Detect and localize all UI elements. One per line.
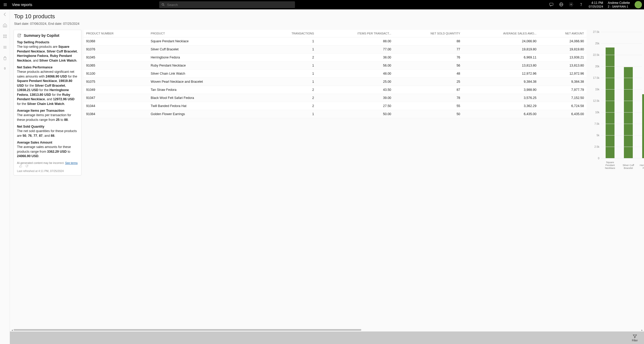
table-cell: 2 — [262, 94, 317, 102]
copilot-section-title: Average Items per Transaction — [17, 109, 78, 112]
table-cell: 1 — [262, 78, 317, 86]
table-row[interactable]: 91100Silver Chain Link Watch148.004812,9… — [84, 70, 587, 78]
table-cell: 38.00 — [317, 54, 394, 62]
table-row[interactable]: 91075Woven Pearl Necklace and Bracelet12… — [84, 78, 587, 86]
page-title: Top 10 products — [14, 13, 640, 20]
scroll-right-arrow[interactable]: ▸ — [640, 328, 643, 331]
avatar[interactable] — [635, 1, 642, 8]
globe-icon[interactable] — [559, 2, 564, 7]
column-header[interactable]: NET SOLD QUANTITY — [394, 30, 463, 37]
table-row[interactable]: 91045Herringbone Fedora238.00766,969.111… — [84, 54, 587, 62]
table-cell: 27.50 — [317, 102, 394, 110]
table-row[interactable]: 91044Twill Banded Fedora Hat227.50553,36… — [84, 102, 587, 110]
svg-line-4 — [164, 5, 164, 6]
clock: 4:11 PM 07/25/2024 — [589, 1, 603, 8]
column-header[interactable]: TRANSACTIONS — [262, 30, 317, 37]
table-cell: 87 — [394, 86, 463, 94]
chat-icon[interactable] — [549, 2, 554, 7]
clock-date: 07/25/2024 — [589, 5, 603, 8]
table-cell: Golden Flower Earrings — [148, 110, 262, 118]
scrollbar-thumb[interactable] — [14, 329, 361, 331]
table-row[interactable]: 91049Tan Straw Fedora243.50873,988.907,9… — [84, 86, 587, 94]
table-cell: Herringbone Fedora — [148, 54, 262, 62]
table-cell: 43.50 — [317, 86, 394, 94]
table-cell: 2 — [262, 86, 317, 94]
table-row[interactable]: 91068Square Pendant Necklace188.008824,0… — [84, 37, 587, 45]
back-icon[interactable] — [3, 12, 7, 17]
bag-icon[interactable] — [3, 56, 7, 61]
x-tick-label: Square Pendant Necklace — [602, 161, 618, 170]
hamburger-menu[interactable] — [2, 2, 8, 8]
y-tick-label: 12.5k — [593, 99, 599, 102]
user-sub: 2 - SANFRAN-1 — [608, 5, 630, 8]
help-icon[interactable] — [579, 2, 584, 7]
copilot-summary-card: Summary by Copilot Top Selling Products … — [14, 30, 81, 175]
thumbs-up-icon[interactable] — [19, 164, 22, 168]
table-cell: 6,435.00 — [463, 110, 539, 118]
copilot-heading: Summary by Copilot — [24, 33, 59, 38]
see-terms-link[interactable]: See terms — [65, 161, 78, 164]
table-cell: Ruby Pendant Necklace — [148, 62, 262, 70]
table-cell: 1 — [262, 37, 317, 45]
column-header[interactable]: PRODUCT — [148, 30, 262, 37]
titlebar-title: View reports — [12, 3, 32, 7]
table-cell: 48.00 — [317, 70, 394, 78]
table-cell: Woven Pearl Necklace and Bracelet — [148, 78, 262, 86]
chart-bar[interactable] — [606, 48, 615, 158]
scroll-left-arrow[interactable]: ◂ — [10, 328, 14, 331]
filter-button[interactable]: Filter — [632, 334, 638, 342]
table-cell: 7,152.50 — [539, 94, 587, 102]
svg-point-9 — [571, 4, 572, 5]
table-cell: 1 — [262, 70, 317, 78]
table-cell: Silver Cuff Bracelet — [148, 45, 262, 54]
svg-point-12 — [5, 35, 7, 36]
table-cell: Tan Straw Fedora — [148, 86, 262, 94]
list-icon[interactable] — [3, 45, 7, 50]
y-tick-label: 20k — [595, 65, 599, 68]
table-cell: 6,724.58 — [539, 102, 587, 110]
table-cell: 55 — [394, 102, 463, 110]
column-header[interactable]: AVERAGE SALES AMO... — [463, 30, 539, 37]
table-row[interactable]: 91065Ruby Pendant Necklace156.005613,813… — [84, 62, 587, 70]
settings-icon[interactable] — [569, 2, 574, 7]
svg-point-19 — [20, 34, 21, 34]
table-cell: Silver Chain Link Watch — [148, 70, 262, 78]
table-cell: 77.00 — [317, 45, 394, 54]
search-input[interactable] — [159, 1, 295, 8]
table-cell: 12,972.96 — [463, 70, 539, 78]
y-tick-label: 0 — [598, 157, 599, 160]
sparkle-icon — [17, 33, 22, 38]
table-cell: 2 — [262, 54, 317, 62]
y-tick-label: 25k — [595, 42, 599, 45]
table-cell: 91100 — [84, 70, 148, 78]
home-icon[interactable] — [3, 23, 7, 28]
table-cell: 91044 — [84, 102, 148, 110]
table-cell: 25.00 — [317, 78, 394, 86]
chart-bar[interactable] — [624, 67, 633, 158]
copilot-section-title: Net Sold Quantity — [17, 125, 78, 128]
rail-number[interactable]: 0 — [4, 67, 5, 70]
horizontal-scrollbar[interactable]: ◂ ▸ — [11, 328, 643, 331]
column-header[interactable]: NET AMOUNT — [539, 30, 587, 37]
table-cell: 78 — [394, 94, 463, 102]
table-cell: 3,988.90 — [463, 86, 539, 94]
column-header[interactable]: PRODUCT NUMBER — [84, 30, 148, 37]
chart-bar[interactable] — [642, 94, 644, 158]
table-cell: 1 — [262, 110, 317, 118]
table-cell: 24,066.90 — [539, 37, 587, 45]
y-tick-label: 15k — [595, 88, 599, 91]
table-row[interactable]: 91047Black Wool Felt Safari Fedora239.00… — [84, 94, 587, 102]
table-cell: 7,977.79 — [539, 86, 587, 94]
table-cell: 76 — [394, 54, 463, 62]
thumbs-down-icon[interactable] — [25, 164, 28, 168]
products-table: PRODUCT NUMBERPRODUCTTRANSACTIONSITEMS P… — [84, 30, 587, 118]
table-cell: 56.00 — [317, 62, 394, 70]
net-amount-bar-chart: 02.5k5k7.5k10k12.5k15k17.5k20k22.5k25k27… — [587, 30, 644, 171]
column-header[interactable]: ITEMS PER TRANSACT... — [317, 30, 394, 37]
y-tick-label: 5k — [596, 134, 599, 137]
table-row[interactable]: 91084Golden Flower Earrings150.00506,435… — [84, 110, 587, 118]
user-block[interactable]: Andrew Collette 2 - SANFRAN-1 — [608, 1, 630, 8]
apps-icon[interactable] — [3, 34, 7, 39]
table-row[interactable]: 91076Silver Cuff Bracelet177.007719,819.… — [84, 45, 587, 54]
svg-point-13 — [3, 37, 5, 38]
